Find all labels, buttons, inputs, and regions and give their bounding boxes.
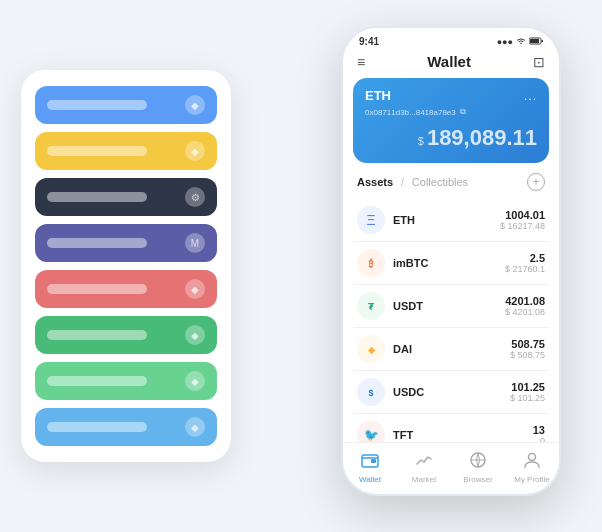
phone-header: ≡ Wallet ⊡ — [343, 51, 559, 78]
card-item[interactable]: ◆ — [35, 316, 217, 354]
bottom-nav: Wallet Market — [343, 442, 559, 494]
wallet-nav-label: Wallet — [359, 475, 381, 484]
card-icon: ◆ — [185, 371, 205, 391]
asset-item-imbtc[interactable]: ₿ imBTC 2.5 $ 21760.1 — [353, 242, 549, 285]
eth-card-address: 0x08711d3b...8418a78e3 ⧉ — [365, 107, 537, 117]
svg-text:$: $ — [368, 388, 373, 398]
nav-browser[interactable]: Browser — [451, 451, 505, 484]
card-label — [47, 100, 147, 110]
status-time: 9:41 — [359, 36, 379, 47]
dai-asset-amount: 508.75 — [510, 338, 545, 350]
asset-item-tft[interactable]: 🐦 TFT 13 0 — [353, 414, 549, 442]
scan-icon[interactable]: ⊡ — [533, 54, 545, 70]
svg-rect-12 — [371, 459, 376, 463]
asset-item-usdt[interactable]: ₮ USDT 4201.08 $ 4201.08 — [353, 285, 549, 328]
eth-card-menu[interactable]: ... — [524, 89, 537, 103]
left-card-panel: ◆ ◆ ⚙ M ◆ ◆ ◆ ◆ — [21, 70, 231, 462]
battery-icon — [529, 37, 543, 47]
usdt-asset-amount: 4201.08 — [505, 295, 545, 307]
asset-item-eth[interactable]: Ξ ETH 1004.01 $ 16217.48 — [353, 199, 549, 242]
tab-assets[interactable]: Assets — [357, 176, 393, 188]
market-nav-label: Market — [412, 475, 436, 484]
dai-asset-amounts: 508.75 $ 508.75 — [510, 338, 545, 360]
card-icon: M — [185, 233, 205, 253]
card-icon: ◆ — [185, 279, 205, 299]
wallet-nav-icon — [361, 451, 379, 473]
card-icon: ◆ — [185, 325, 205, 345]
card-item[interactable]: ◆ — [35, 86, 217, 124]
svg-text:◈: ◈ — [367, 345, 376, 355]
usdc-asset-amounts: 101.25 $ 101.25 — [510, 381, 545, 403]
svg-rect-1 — [530, 39, 539, 43]
imbtc-asset-icon: ₿ — [357, 249, 385, 277]
svg-text:₿: ₿ — [368, 258, 374, 269]
asset-item-usdc[interactable]: $ USDC 101.25 $ 101.25 — [353, 371, 549, 414]
usdt-asset-amounts: 4201.08 $ 4201.08 — [505, 295, 545, 317]
assets-tabs: Assets / Collectibles — [357, 176, 468, 188]
eth-balance-label: $ 189,089.11 — [365, 125, 537, 151]
imbtc-asset-name: imBTC — [393, 257, 505, 269]
copy-icon[interactable]: ⧉ — [460, 107, 466, 117]
usdt-asset-icon: ₮ — [357, 292, 385, 320]
imbtc-asset-amount: 2.5 — [505, 252, 545, 264]
card-label — [47, 376, 147, 386]
card-label — [47, 422, 147, 432]
card-icon: ◆ — [185, 417, 205, 437]
tft-asset-icon: 🐦 — [357, 421, 385, 442]
usdc-asset-icon: $ — [357, 378, 385, 406]
eth-card-name: ETH — [365, 88, 391, 103]
asset-item-dai[interactable]: ◈ DAI 508.75 $ 508.75 — [353, 328, 549, 371]
card-item[interactable]: M — [35, 224, 217, 262]
card-label — [47, 192, 147, 202]
browser-nav-icon — [469, 451, 487, 473]
card-item[interactable]: ◆ — [35, 270, 217, 308]
nav-profile[interactable]: My Profile — [505, 451, 559, 484]
tab-divider: / — [401, 177, 404, 188]
tft-asset-amount: 13 — [533, 424, 545, 436]
usdc-asset-usd: $ 101.25 — [510, 393, 545, 403]
card-item[interactable]: ⚙ — [35, 178, 217, 216]
usdt-asset-name: USDT — [393, 300, 505, 312]
asset-list: Ξ ETH 1004.01 $ 16217.48 ₿ imBTC 2.5 — [343, 199, 559, 442]
tft-asset-name: TFT — [393, 429, 533, 441]
card-label — [47, 238, 147, 248]
imbtc-asset-amounts: 2.5 $ 21760.1 — [505, 252, 545, 274]
dai-asset-icon: ◈ — [357, 335, 385, 363]
eth-address-text: 0x08711d3b...8418a78e3 — [365, 108, 456, 117]
browser-nav-label: Browser — [463, 475, 492, 484]
card-label — [47, 284, 147, 294]
eth-asset-name: ETH — [393, 214, 500, 226]
usdc-asset-amount: 101.25 — [510, 381, 545, 393]
nav-market[interactable]: Market — [397, 451, 451, 484]
card-icon: ⚙ — [185, 187, 205, 207]
eth-asset-icon: Ξ — [357, 206, 385, 234]
tab-collectibles[interactable]: Collectibles — [412, 176, 468, 188]
usdt-asset-usd: $ 4201.08 — [505, 307, 545, 317]
page-title: Wallet — [427, 53, 471, 70]
card-label — [47, 146, 147, 156]
nav-wallet[interactable]: Wallet — [343, 451, 397, 484]
svg-text:₮: ₮ — [368, 302, 375, 312]
card-item[interactable]: ◆ — [35, 362, 217, 400]
dai-asset-name: DAI — [393, 343, 510, 355]
wifi-icon — [516, 37, 526, 47]
eth-asset-amounts: 1004.01 $ 16217.48 — [500, 209, 545, 231]
svg-rect-2 — [542, 40, 544, 42]
profile-nav-label: My Profile — [514, 475, 550, 484]
scene: ◆ ◆ ⚙ M ◆ ◆ ◆ ◆ — [21, 16, 581, 516]
eth-card-header: ETH ... — [365, 88, 537, 103]
tft-asset-amounts: 13 0 — [533, 424, 545, 442]
card-item[interactable]: ◆ — [35, 408, 217, 446]
card-label — [47, 330, 147, 340]
eth-asset-usd: $ 16217.48 — [500, 221, 545, 231]
eth-card[interactable]: ETH ... 0x08711d3b...8418a78e3 ⧉ $ 189,0… — [353, 78, 549, 163]
phone-mockup: 9:41 ●●● — [341, 26, 561, 496]
card-item[interactable]: ◆ — [35, 132, 217, 170]
menu-icon[interactable]: ≡ — [357, 54, 365, 70]
imbtc-asset-usd: $ 21760.1 — [505, 264, 545, 274]
status-icons: ●●● — [497, 37, 543, 47]
add-asset-button[interactable]: + — [527, 173, 545, 191]
eth-asset-amount: 1004.01 — [500, 209, 545, 221]
status-bar: 9:41 ●●● — [343, 28, 559, 51]
card-icon: ◆ — [185, 141, 205, 161]
